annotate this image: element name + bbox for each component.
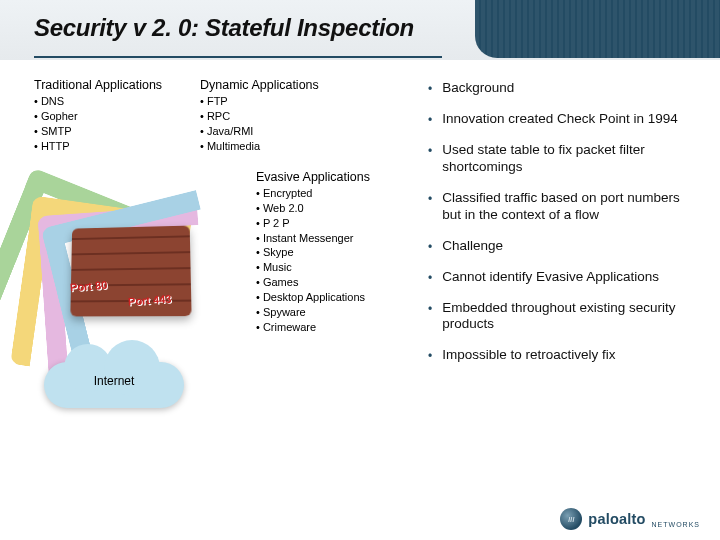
brand-name: paloalto (588, 511, 645, 527)
list-item: P 2 P (256, 216, 402, 231)
bullet-text: Challenge (442, 238, 700, 255)
bullet-icon: • (428, 349, 432, 364)
brand-mark-icon: /// (560, 508, 582, 530)
bullet-icon: • (428, 113, 432, 128)
bullet-item: •Classified traffic based on port number… (428, 190, 700, 224)
traditional-heading: Traditional Applications (34, 78, 179, 92)
bullet-text: Innovation created Check Point in 1994 (442, 111, 700, 128)
bullet-item: •Impossible to retroactively fix (428, 347, 700, 364)
bullet-icon: • (428, 144, 432, 159)
list-item: HTTP (34, 139, 179, 154)
list-item: Skype (256, 245, 402, 260)
bullet-icon: • (428, 240, 432, 255)
bullet-item: •Challenge (428, 238, 700, 255)
list-item: Spyware (256, 305, 402, 320)
slide-title: Security v 2. 0: Stateful Inspection (34, 14, 414, 42)
bullet-text: Impossible to retroactively fix (442, 347, 700, 364)
evasive-heading: Evasive Applications (256, 170, 402, 184)
title-accent (475, 0, 720, 58)
list-item: Java/RMI (200, 124, 360, 139)
list-item: Web 2.0 (256, 201, 402, 216)
list-item: Gopher (34, 109, 179, 124)
dynamic-list: FTP RPC Java/RMI Multimedia (200, 94, 360, 153)
slide: Security v 2. 0: Stateful Inspection Tra… (0, 0, 720, 540)
firewall-illustration: Port 80 Port 443 Internet (30, 160, 260, 428)
bullet-item: •Innovation created Check Point in 1994 (428, 111, 700, 128)
list-item: Crimeware (256, 320, 402, 335)
bullet-icon: • (428, 271, 432, 286)
list-item: SMTP (34, 124, 179, 139)
list-item: Music (256, 260, 402, 275)
bullet-text: Classified traffic based on port numbers… (442, 190, 700, 224)
list-item: Desktop Applications (256, 290, 402, 305)
title-underline (34, 56, 442, 58)
list-item: RPC (200, 109, 360, 124)
list-item: DNS (34, 94, 179, 109)
bullet-item: •Used state table to fix packet filter s… (428, 142, 700, 176)
dynamic-heading: Dynamic Applications (200, 78, 360, 92)
bullet-item: •Cannot identify Evasive Applications (428, 269, 700, 286)
main-bullets: •Background •Innovation created Check Po… (428, 80, 700, 378)
traditional-apps-panel: Traditional Applications DNS Gopher SMTP… (34, 78, 179, 153)
traditional-list: DNS Gopher SMTP HTTP (34, 94, 179, 153)
list-item: Encrypted (256, 186, 402, 201)
evasive-apps-panel: Evasive Applications Encrypted Web 2.0 P… (256, 170, 402, 334)
list-item: Games (256, 275, 402, 290)
bullet-text: Background (442, 80, 700, 97)
bullet-icon: • (428, 302, 432, 317)
evasive-list: Encrypted Web 2.0 P 2 P Instant Messenge… (256, 186, 402, 334)
list-item: Instant Messenger (256, 231, 402, 246)
list-item: Multimedia (200, 139, 360, 154)
list-item: FTP (200, 94, 360, 109)
bullet-item: •Background (428, 80, 700, 97)
brand-logo: /// paloalto NETWORKS (560, 508, 700, 530)
bullet-icon: • (428, 192, 432, 207)
bullet-item: •Embedded throughout existing security p… (428, 300, 700, 334)
bullet-text: Embedded throughout existing security pr… (442, 300, 700, 334)
bullet-text: Used state table to fix packet filter sh… (442, 142, 700, 176)
cloud-label: Internet (44, 374, 184, 388)
internet-cloud: Internet (44, 354, 184, 418)
brand-sub: NETWORKS (652, 521, 700, 528)
bullet-icon: • (428, 82, 432, 97)
dynamic-apps-panel: Dynamic Applications FTP RPC Java/RMI Mu… (200, 78, 360, 153)
bullet-text: Cannot identify Evasive Applications (442, 269, 700, 286)
